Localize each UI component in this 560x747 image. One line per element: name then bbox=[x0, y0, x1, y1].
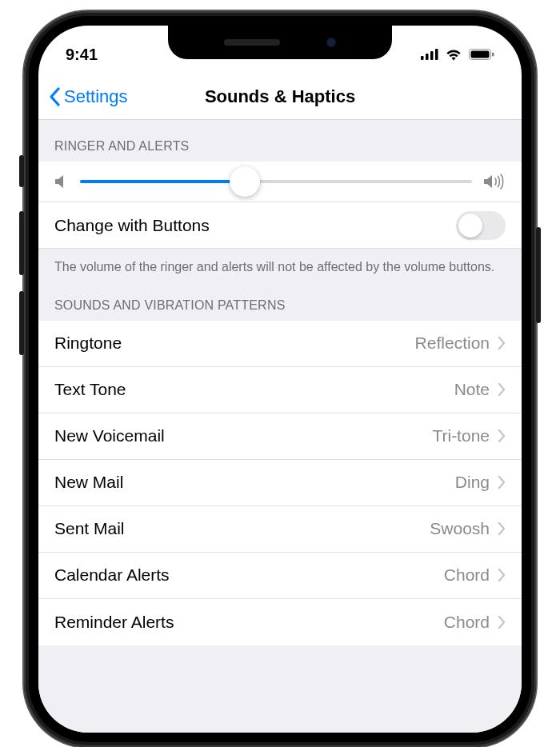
row-value: Swoosh bbox=[430, 519, 490, 538]
notch bbox=[168, 26, 392, 59]
statusbar-time: 9:41 bbox=[66, 46, 98, 64]
chevron-right-icon bbox=[498, 569, 506, 581]
chevron-left-icon bbox=[48, 87, 61, 106]
row-label: Calendar Alerts bbox=[54, 565, 170, 585]
back-label: Settings bbox=[64, 86, 128, 107]
silence-switch bbox=[19, 155, 24, 187]
row-label: Ringtone bbox=[54, 334, 122, 353]
ringer-volume-row bbox=[38, 162, 522, 202]
content-scroll[interactable]: RINGER AND ALERTS bbox=[38, 120, 522, 733]
sounds-group: Ringtone Reflection Text Tone Note New V… bbox=[38, 321, 522, 645]
row-value: Reflection bbox=[415, 334, 490, 353]
slider-thumb[interactable] bbox=[230, 166, 260, 197]
slider-fill bbox=[80, 180, 245, 183]
row-label: Text Tone bbox=[54, 380, 126, 399]
wifi-icon bbox=[445, 48, 462, 61]
row-label: Reminder Alerts bbox=[54, 613, 174, 632]
svg-rect-6 bbox=[492, 53, 494, 57]
change-with-buttons-row: Change with Buttons bbox=[38, 202, 522, 249]
change-with-buttons-label: Change with Buttons bbox=[54, 216, 210, 235]
ringer-section-header: RINGER AND ALERTS bbox=[38, 120, 522, 162]
row-value: Ding bbox=[455, 473, 490, 492]
navbar: Settings Sounds & Haptics bbox=[38, 74, 522, 120]
row-value: Chord bbox=[444, 565, 490, 585]
chevron-right-icon bbox=[498, 337, 506, 350]
new-voicemail-row[interactable]: New Voicemail Tri-tone bbox=[38, 413, 522, 460]
new-mail-row[interactable]: New Mail Ding bbox=[38, 460, 522, 506]
svg-rect-5 bbox=[471, 51, 490, 58]
toggle-knob bbox=[458, 214, 482, 238]
speaker-loud-icon bbox=[483, 173, 506, 190]
screen: 9:41 bbox=[38, 26, 522, 733]
row-label: Sent Mail bbox=[54, 519, 125, 538]
text-tone-row[interactable]: Text Tone Note bbox=[38, 367, 522, 413]
ringtone-row[interactable]: Ringtone Reflection bbox=[38, 321, 522, 367]
svg-rect-2 bbox=[430, 51, 434, 60]
sounds-section-header: SOUNDS AND VIBRATION PATTERNS bbox=[38, 294, 522, 321]
front-camera bbox=[326, 38, 336, 47]
chevron-right-icon bbox=[498, 616, 506, 629]
change-with-buttons-toggle[interactable] bbox=[456, 211, 506, 240]
battery-icon bbox=[469, 49, 494, 60]
row-value: Tri-tone bbox=[432, 426, 490, 445]
ringer-volume-slider[interactable] bbox=[80, 180, 472, 183]
row-value: Chord bbox=[444, 613, 490, 632]
statusbar-right bbox=[421, 48, 494, 61]
row-label: New Voicemail bbox=[54, 426, 165, 445]
sent-mail-row[interactable]: Sent Mail Swoosh bbox=[38, 506, 522, 553]
chevron-right-icon bbox=[498, 522, 506, 535]
chevron-right-icon bbox=[498, 476, 506, 489]
calendar-alerts-row[interactable]: Calendar Alerts Chord bbox=[38, 553, 522, 599]
chevron-right-icon bbox=[498, 429, 506, 442]
svg-rect-3 bbox=[435, 49, 438, 60]
svg-rect-0 bbox=[421, 56, 424, 60]
cellular-icon bbox=[421, 49, 438, 60]
svg-rect-1 bbox=[426, 54, 429, 60]
power-hardware bbox=[536, 227, 541, 323]
back-button[interactable]: Settings bbox=[48, 86, 128, 107]
ringer-footer: The volume of the ringer and alerts will… bbox=[38, 249, 522, 294]
row-value: Note bbox=[454, 380, 490, 399]
speaker-quiet-icon bbox=[54, 174, 69, 190]
phone-frame: 9:41 bbox=[24, 11, 536, 747]
chevron-right-icon bbox=[498, 383, 506, 396]
speaker-grille bbox=[224, 39, 280, 46]
volume-down-hardware bbox=[19, 291, 24, 355]
reminder-alerts-row[interactable]: Reminder Alerts Chord bbox=[38, 599, 522, 645]
row-label: New Mail bbox=[54, 473, 123, 492]
ringer-group: Change with Buttons bbox=[38, 162, 522, 249]
volume-up-hardware bbox=[19, 211, 24, 275]
